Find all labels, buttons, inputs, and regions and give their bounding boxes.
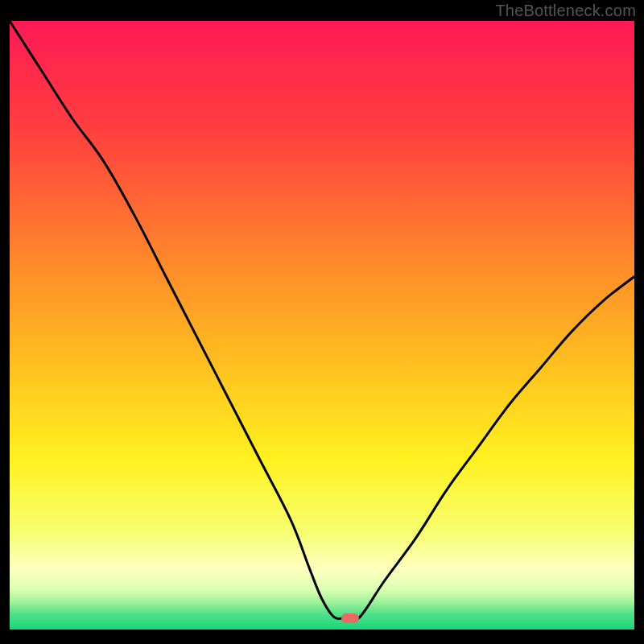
watermark-text: TheBottleneck.com [495,2,636,20]
gradient-background [10,21,634,630]
chart-frame: TheBottleneck.com [0,0,644,644]
bottleneck-chart-svg [10,21,634,630]
bottleneck-point-marker [341,613,359,623]
plot-area [10,21,634,630]
